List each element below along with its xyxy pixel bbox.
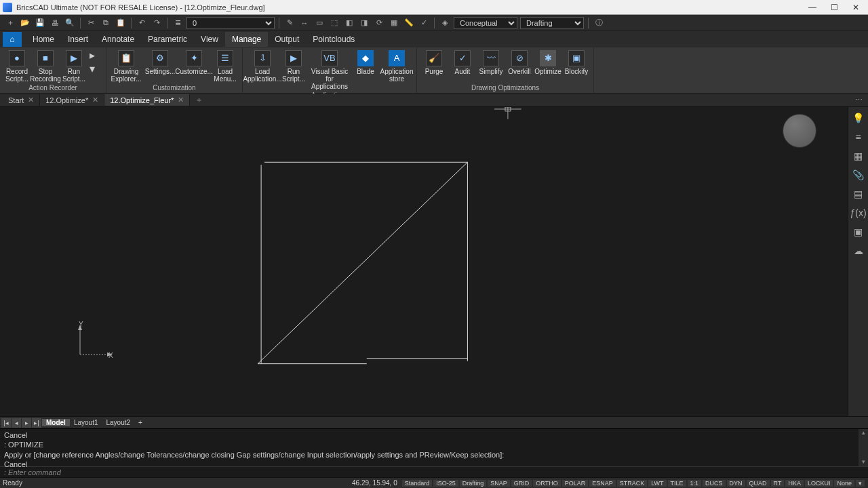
record-script-button[interactable]: ●Record Script... xyxy=(4,49,30,83)
isolate-icon[interactable]: ◧ xyxy=(343,17,355,29)
area-icon[interactable]: ▭ xyxy=(313,17,326,29)
dist-icon[interactable]: ↔ xyxy=(298,17,311,29)
layout-next-button[interactable]: ▸ xyxy=(22,418,31,428)
panel1-icon[interactable]: ≡ xyxy=(855,131,861,142)
toggle-strack[interactable]: STRACK xyxy=(617,480,648,487)
customize-button[interactable]: ✦Customize... xyxy=(178,49,210,75)
app-menu-button[interactable]: ⌂ xyxy=(3,32,22,47)
cut-icon[interactable]: ✂ xyxy=(85,17,97,29)
blockify-button[interactable]: ▣Blockify xyxy=(564,49,589,75)
check-icon[interactable]: ✓ xyxy=(418,17,430,29)
run-script-button[interactable]: ▶Run Script... xyxy=(61,49,87,83)
print-icon[interactable]: 🖶 xyxy=(49,17,61,29)
layers-icon[interactable]: ▦ xyxy=(854,150,863,161)
toggle-ortho[interactable]: ORTHO xyxy=(533,480,560,487)
layout-tab-1[interactable]: Layout1 xyxy=(70,419,102,426)
toggle-hka[interactable]: HKA xyxy=(785,480,804,487)
tab-parametric[interactable]: Parametric xyxy=(141,32,194,47)
overkill-button[interactable]: ⊘Overkill xyxy=(507,49,532,75)
toggle-ducs[interactable]: DUCS xyxy=(703,480,726,487)
toggle-esnap[interactable]: ESNAP xyxy=(589,480,616,487)
audit-button[interactable]: ✓Audit xyxy=(450,49,475,75)
save-icon[interactable]: 💾 xyxy=(34,17,46,29)
redo-icon[interactable]: ↷ xyxy=(151,17,163,29)
toggle-dyn[interactable]: DYN xyxy=(727,480,745,487)
toggle-lockui[interactable]: LOCKUI xyxy=(805,480,833,487)
blade-button[interactable]: ◆Blade xyxy=(353,49,378,75)
minimize-button[interactable]: — xyxy=(803,1,822,14)
toggle-rt[interactable]: RT xyxy=(771,480,785,487)
layer-combo[interactable]: 0 xyxy=(186,17,275,29)
toggle-snap[interactable]: SNAP xyxy=(488,480,510,487)
layout-first-button[interactable]: |◂ xyxy=(1,418,11,428)
preview-icon[interactable]: 🔍 xyxy=(64,17,76,29)
tab-annotate[interactable]: Annotate xyxy=(95,32,141,47)
sheet-icon[interactable]: ▤ xyxy=(854,188,863,199)
regen-icon[interactable]: ⟳ xyxy=(373,17,385,29)
selectall-icon[interactable]: ▦ xyxy=(388,17,400,29)
doc-tab-2[interactable]: 12.Optimize_Fleur*✕ xyxy=(104,94,190,106)
status-menu[interactable]: ▾ xyxy=(856,480,865,487)
doc-tab-start[interactable]: Start✕ xyxy=(3,94,40,106)
layout-prev-button[interactable]: ◂ xyxy=(12,418,21,428)
toggle-grid[interactable]: GRID xyxy=(511,480,532,487)
toggle-quad[interactable]: QUAD xyxy=(747,480,770,487)
undo-icon[interactable]: ↶ xyxy=(136,17,148,29)
toggle-none[interactable]: None xyxy=(834,480,854,487)
toggle-tile[interactable]: TILE xyxy=(668,480,686,487)
hide-icon[interactable]: ◨ xyxy=(358,17,370,29)
help-icon[interactable]: ⓘ xyxy=(593,17,605,29)
add-tab-button[interactable]: ＋ xyxy=(190,95,208,105)
layout-tab-2[interactable]: Layout2 xyxy=(102,419,134,426)
layout-add-button[interactable]: + xyxy=(134,419,146,426)
match-icon[interactable]: ✎ xyxy=(283,17,296,29)
close-button[interactable]: ✕ xyxy=(846,1,865,14)
visual-style-combo[interactable]: Conceptual xyxy=(454,17,517,29)
open-icon[interactable]: 📂 xyxy=(19,17,31,29)
toggle-scale[interactable]: 1:1 xyxy=(688,480,702,487)
appstore-button[interactable]: AApplication store xyxy=(381,49,412,83)
tab-output[interactable]: Output xyxy=(268,32,306,47)
tips-icon[interactable]: 💡 xyxy=(852,113,864,123)
tab-manage[interactable]: Manage xyxy=(225,32,268,47)
cloud-icon[interactable]: ☁ xyxy=(854,245,863,256)
tab-view[interactable]: View xyxy=(194,32,225,47)
close-icon[interactable]: ✕ xyxy=(28,96,34,104)
drawing-canvas[interactable]: YX xyxy=(0,107,848,416)
command-history[interactable]: Cancel : OPTIMIZE Apply or [change refer… xyxy=(0,428,868,466)
paste-icon[interactable]: 📋 xyxy=(115,17,127,29)
workspace-combo[interactable]: Drafting xyxy=(520,17,584,29)
rec-small-2[interactable]: ▾ xyxy=(90,62,102,75)
attach-icon[interactable]: 📎 xyxy=(852,169,864,180)
select-icon[interactable]: ⬚ xyxy=(328,17,340,29)
history-scrollbar[interactable]: ▴▾ xyxy=(859,429,868,466)
status-workspace[interactable]: Drafting xyxy=(460,480,487,487)
viewcube-icon[interactable]: ◈ xyxy=(439,17,451,29)
maximize-button[interactable]: ☐ xyxy=(825,1,844,14)
copy-icon[interactable]: ⧉ xyxy=(100,17,112,29)
run-script2-button[interactable]: ▶Run Script... xyxy=(281,49,307,83)
load-application-button[interactable]: ⇩Load Application... xyxy=(247,49,278,83)
fx-icon[interactable]: ƒ(x) xyxy=(850,207,866,218)
doc-tab-1[interactable]: 12.Optimize*✕ xyxy=(40,94,104,106)
close-icon[interactable]: ✕ xyxy=(178,96,184,104)
purge-button[interactable]: 🧹Purge xyxy=(421,49,447,75)
tab-overflow-button[interactable]: ⋯ xyxy=(850,96,868,104)
close-icon[interactable]: ✕ xyxy=(92,96,98,104)
settings-button[interactable]: ⚙Settings... xyxy=(144,49,176,75)
tab-pointclouds[interactable]: Pointclouds xyxy=(306,32,361,47)
vba-button[interactable]: VBVisual Basic for Applications xyxy=(309,49,350,90)
view-cube[interactable] xyxy=(783,114,816,148)
toggle-lwt[interactable]: LWT xyxy=(648,480,666,487)
layer-icon[interactable]: ≣ xyxy=(172,17,184,29)
layout-tab-model[interactable]: Model xyxy=(42,419,70,426)
status-iso[interactable]: ISO-25 xyxy=(433,480,458,487)
toggle-polar[interactable]: POLAR xyxy=(562,480,589,487)
stop-recording-button[interactable]: ■Stop Recording xyxy=(33,49,58,83)
load-menu-button[interactable]: ☰Load Menu... xyxy=(212,49,238,83)
simplify-button[interactable]: 〰Simplify xyxy=(478,49,504,75)
rec-small-1[interactable]: ▸ xyxy=(90,49,102,61)
tab-insert[interactable]: Insert xyxy=(61,32,95,47)
layout-last-button[interactable]: ▸| xyxy=(32,418,41,428)
tab-home[interactable]: Home xyxy=(26,32,61,47)
